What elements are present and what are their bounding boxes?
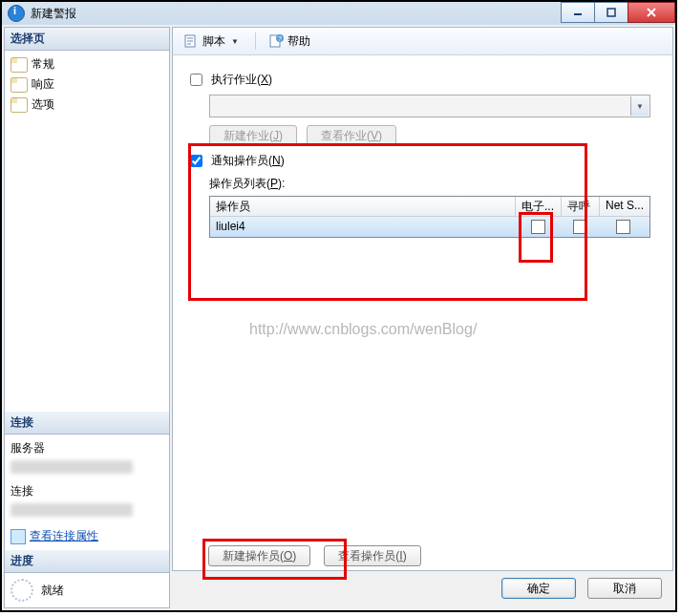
new-operator-button[interactable]: 新建操作员(O): [208, 545, 310, 566]
col-email[interactable]: 电子...: [516, 197, 562, 216]
info-icon: [8, 5, 25, 22]
minimize-button[interactable]: [561, 2, 595, 23]
view-job-button[interactable]: 查看作业(V): [307, 125, 396, 146]
view-operator-button[interactable]: 查看操作员(I): [324, 545, 420, 566]
progress-status: 就绪: [41, 583, 64, 599]
combo-dropdown-button[interactable]: ▼: [630, 96, 649, 116]
table-row[interactable]: liulei4: [210, 217, 649, 237]
page-icon: [11, 97, 28, 113]
execute-job-label: 执行作业(X): [211, 72, 272, 88]
progress-header: 进度: [5, 550, 169, 573]
svg-line-3: [648, 9, 655, 16]
titlebar: 新建警报: [2, 2, 675, 26]
script-icon: [183, 33, 199, 49]
nav-label: 常规: [32, 56, 54, 73]
connection-header: 连接: [5, 412, 169, 435]
execute-job-checkbox[interactable]: [190, 74, 202, 86]
maximize-button[interactable]: [594, 2, 628, 23]
notify-operator-checkbox[interactable]: [190, 155, 202, 167]
col-pager[interactable]: 寻呼: [562, 197, 600, 216]
cell-operator-name: liulei4: [210, 217, 516, 236]
target-value-blurred: [11, 503, 133, 517]
window-title: 新建警报: [31, 6, 76, 22]
svg-rect-1: [607, 9, 615, 16]
toolbar-separator: [255, 32, 256, 50]
nav-item-general[interactable]: 常规: [9, 54, 165, 74]
toolbar: 脚本 ▼ ? 帮助: [173, 28, 672, 55]
cell-email-check[interactable]: [516, 217, 562, 236]
help-label: 帮助: [287, 33, 310, 50]
page-icon: [11, 77, 28, 93]
help-icon: ?: [268, 33, 284, 49]
server-value-blurred: [11, 460, 133, 474]
operator-list-label: 操作员列表(P):: [209, 176, 659, 192]
nav-item-response[interactable]: 响应: [9, 74, 165, 95]
link-text: 查看连接属性: [30, 528, 98, 544]
chevron-down-icon: ▼: [231, 37, 239, 46]
properties-icon: [11, 529, 26, 544]
cell-netsend-check[interactable]: [600, 217, 648, 236]
progress-spinner-icon: [11, 579, 33, 602]
nav-label: 响应: [32, 76, 54, 93]
server-label: 服务器: [11, 440, 163, 457]
view-connection-props-link[interactable]: 查看连接属性: [11, 528, 163, 544]
target-label: 连接: [11, 483, 163, 499]
sidebar: 选择页 常规 响应 选项 连接 服务器: [4, 27, 170, 608]
svg-line-2: [648, 9, 655, 16]
script-dropdown[interactable]: 脚本 ▼: [179, 31, 247, 53]
col-operator[interactable]: 操作员: [210, 197, 516, 216]
new-job-button[interactable]: 新建作业(J): [209, 125, 297, 146]
sidebar-header: 选择页: [5, 28, 169, 51]
operator-listview[interactable]: 操作员 电子... 寻呼 Net S... liulei4: [209, 196, 650, 238]
nav-item-options[interactable]: 选项: [9, 95, 165, 115]
nav-label: 选项: [32, 96, 54, 113]
page-icon: [11, 57, 28, 73]
chevron-down-icon: ▼: [636, 102, 644, 111]
notify-operator-label: 通知操作员(N): [211, 153, 285, 169]
close-button[interactable]: [628, 2, 675, 23]
svg-text:?: ?: [278, 35, 282, 42]
script-label: 脚本: [202, 33, 225, 50]
col-netsend[interactable]: Net S...: [600, 197, 648, 216]
help-button[interactable]: ? 帮助: [264, 31, 319, 53]
cell-pager-check[interactable]: [562, 217, 600, 236]
main-pane: 脚本 ▼ ? 帮助 执行作业(X): [172, 27, 673, 571]
cancel-button[interactable]: 取消: [587, 578, 662, 599]
listview-header: 操作员 电子... 寻呼 Net S...: [210, 197, 649, 217]
ok-button[interactable]: 确定: [501, 578, 576, 599]
job-combo[interactable]: ▼: [209, 95, 650, 117]
connection-info: 服务器 连接 查看连接属性: [5, 435, 169, 550]
